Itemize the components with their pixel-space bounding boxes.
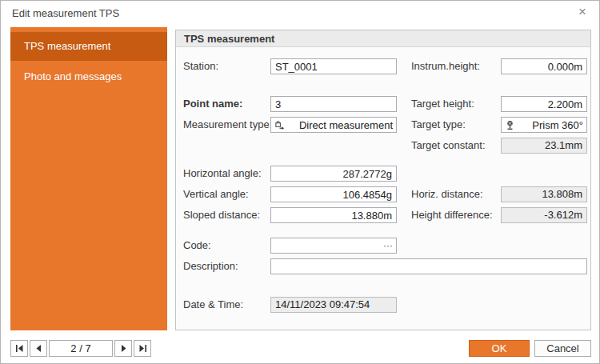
measurement-type-label: Measurement type: — [183, 117, 272, 133]
target-type-label: Target type: — [411, 117, 466, 133]
record-counter[interactable]: 2 / 7 — [49, 340, 113, 357]
first-record-button[interactable] — [10, 340, 28, 357]
date-time-value: 14/11/2023 09:47:54 — [270, 297, 397, 313]
first-page-icon — [15, 344, 24, 353]
target-height-input[interactable] — [501, 96, 587, 112]
vertical-angle-label: Vertical angle: — [183, 186, 249, 202]
code-field: ··· — [270, 238, 397, 254]
sloped-distance-label: Sloped distance: — [183, 207, 260, 223]
next-record-button[interactable] — [114, 340, 132, 357]
sidebar-item-photo-and-messages[interactable]: Photo and messages — [10, 62, 167, 91]
target-constant-value: 23.1mm — [501, 138, 587, 154]
point-name-label: Point name: — [183, 96, 242, 112]
ok-button[interactable]: OK — [469, 340, 530, 357]
edit-measurement-tps-dialog: Edit measurement TPS × TPS measurement P… — [0, 0, 600, 364]
vertical-angle-input[interactable] — [270, 186, 397, 202]
previous-page-icon — [34, 344, 43, 353]
measurement-type-picker[interactable]: Direct measurement — [270, 117, 397, 133]
horizontal-angle-input[interactable] — [270, 166, 397, 182]
code-label: Code: — [183, 238, 211, 254]
cancel-button[interactable]: Cancel — [534, 340, 591, 357]
description-label: Description: — [183, 258, 238, 274]
station-input[interactable] — [270, 58, 397, 74]
next-page-icon — [119, 344, 128, 353]
instrum-height-input[interactable] — [501, 58, 587, 74]
target-constant-label: Target constant: — [411, 138, 486, 154]
horiz-distance-value: 13.808m — [501, 186, 587, 202]
height-difference-label: Height difference: — [411, 207, 493, 223]
height-difference-value: -3.612m — [501, 207, 587, 223]
dialog-title: Edit measurement TPS — [12, 7, 119, 19]
sidebar-item-tps-measurement[interactable]: TPS measurement — [10, 32, 167, 61]
horiz-distance-label: Horiz. distance: — [411, 186, 483, 202]
direct-measurement-icon — [274, 119, 286, 130]
title-bar: Edit measurement TPS × — [1, 1, 599, 25]
close-icon[interactable]: × — [575, 5, 590, 19]
measurement-type-value: Direct measurement — [286, 119, 393, 131]
description-input[interactable] — [270, 258, 587, 274]
code-input[interactable] — [271, 238, 380, 253]
panel-header: TPS measurement — [176, 30, 590, 47]
instrum-height-label: Instrum.height: — [411, 58, 480, 74]
target-type-picker[interactable]: Prism 360° — [501, 117, 587, 133]
point-name-input[interactable] — [270, 96, 397, 112]
date-time-label: Date & Time: — [183, 297, 243, 313]
previous-record-button[interactable] — [30, 340, 47, 357]
sidebar: TPS measurement Photo and messages — [10, 27, 167, 330]
sloped-distance-input[interactable] — [270, 207, 397, 223]
target-height-label: Target height: — [411, 96, 474, 112]
last-record-button[interactable] — [134, 340, 151, 357]
last-page-icon — [138, 344, 147, 353]
code-browse-button[interactable]: ··· — [380, 238, 396, 253]
target-type-value: Prism 360° — [516, 119, 583, 131]
horizontal-angle-label: Horizontal angle: — [183, 166, 262, 182]
prism-360-icon — [505, 119, 516, 130]
station-label: Station: — [183, 58, 218, 74]
